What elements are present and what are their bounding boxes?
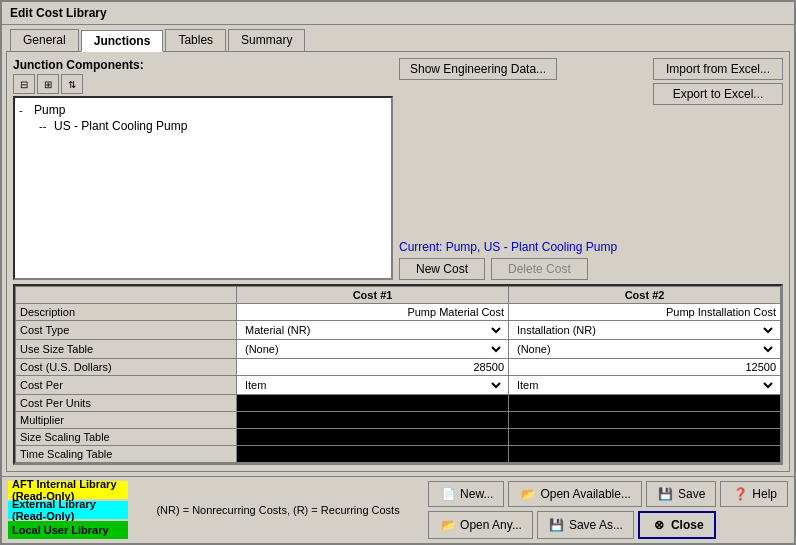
row-label-cost: Cost (U.S. Dollars) [16, 359, 237, 376]
row-label-costtype: Cost Type [16, 321, 237, 340]
row-val1-usesizetable: (None) [237, 340, 509, 359]
table-row: Cost (U.S. Dollars) 28500 12500 [16, 359, 781, 376]
row-val1-costper: Item [237, 376, 509, 395]
table-row: Use Size Table (None) (None) [16, 340, 781, 359]
row-val2-usesizetable: (None) [509, 340, 781, 359]
row-val2-multiplier [509, 412, 781, 429]
cost-table-area: Cost #1 Cost #2 Description Pump Materia… [13, 284, 783, 465]
tab-tables[interactable]: Tables [165, 29, 226, 51]
close-btn[interactable]: ⊗ Close [638, 511, 716, 539]
row-val2-cost: 12500 [509, 359, 781, 376]
cost-per-2-select[interactable]: Item [513, 378, 776, 392]
row-val1-sizescaling [237, 429, 509, 446]
spacer [399, 105, 783, 236]
save-btn[interactable]: 💾 Save [646, 481, 716, 507]
row-val2-timescaling [509, 446, 781, 463]
row-label-costperunits: Cost Per Units [16, 395, 237, 412]
expand-all-btn[interactable]: ⊞ [37, 74, 59, 94]
export-excel-btn[interactable]: Export to Excel... [653, 83, 783, 105]
tab-general[interactable]: General [10, 29, 79, 51]
row-val1-costtype: Material (NR) Installation (NR) [237, 321, 509, 340]
row-val2-costperunits [509, 395, 781, 412]
right-excel: Import from Excel... Export to Excel... [653, 58, 783, 105]
cost-per-1-select[interactable]: Item [241, 378, 504, 392]
row-val2-costtype: Installation (NR) Material (NR) [509, 321, 781, 340]
size-table-1-select[interactable]: (None) [241, 342, 504, 356]
tab-content: Junction Components: ⊟ ⊞ ⇅ - Pump [6, 51, 790, 472]
new-cost-btn[interactable]: New Cost [399, 258, 485, 280]
footer-buttons: 📄 New... 📂 Open Available... 💾 Save ❓ He… [428, 481, 788, 539]
left-panel: Junction Components: ⊟ ⊞ ⇅ - Pump [13, 58, 393, 280]
row-val2-sizescaling [509, 429, 781, 446]
main-window: Edit Cost Library General Junctions Tabl… [0, 0, 796, 545]
legend-box: AFT Internal Library (Read-Only) Externa… [8, 481, 128, 539]
sort-btn[interactable]: ⇅ [61, 74, 83, 94]
junction-area: Junction Components: ⊟ ⊞ ⇅ - Pump [13, 58, 783, 280]
new-btn[interactable]: 📄 New... [428, 481, 504, 507]
tree-child-dash: -- [39, 120, 51, 132]
row-val1-multiplier [237, 412, 509, 429]
table-row: Description Pump Material Cost Pump Inst… [16, 304, 781, 321]
cost-table: Cost #1 Cost #2 Description Pump Materia… [15, 286, 781, 463]
tree-root-label: Pump [34, 103, 65, 117]
legend-external: External Library (Read-Only) [8, 501, 128, 519]
save-icon: 💾 [657, 485, 675, 503]
row-label-timescaling: Time Scaling Table [16, 446, 237, 463]
junction-components-label: Junction Components: [13, 58, 393, 72]
tree-root-item[interactable]: - Pump [19, 102, 387, 118]
table-row: Multiplier [16, 412, 781, 429]
junction-header-row: Junction Components: ⊟ ⊞ ⇅ [13, 58, 393, 96]
row-label-description: Description [16, 304, 237, 321]
eng-left: Show Engineering Data... [399, 58, 647, 80]
save-as-btn[interactable]: 💾 Save As... [537, 511, 634, 539]
row-val1-cost: 28500 [237, 359, 509, 376]
delete-cost-btn[interactable]: Delete Cost [491, 258, 588, 280]
help-btn[interactable]: ❓ Help [720, 481, 788, 507]
action-buttons: New Cost Delete Cost [399, 258, 783, 280]
show-engineering-btn[interactable]: Show Engineering Data... [399, 58, 557, 80]
row-val1-timescaling [237, 446, 509, 463]
tabs-bar: General Junctions Tables Summary [2, 25, 794, 51]
open-any-btn[interactable]: 📂 Open Any... [428, 511, 533, 539]
table-row: Cost Per Units [16, 395, 781, 412]
table-row: Cost Type Material (NR) Installation (NR… [16, 321, 781, 340]
row-val1-costperunits [237, 395, 509, 412]
row-label-costper: Cost Per [16, 376, 237, 395]
cost-type-2-select[interactable]: Installation (NR) Material (NR) [513, 323, 776, 337]
legend-local-user: Local User Library [8, 521, 128, 539]
table-row: Size Scaling Table [16, 429, 781, 446]
row-val2-costper: Item [509, 376, 781, 395]
col-header-cost1: Cost #1 [237, 287, 509, 304]
toolbar-icons: ⊟ ⊞ ⇅ [13, 74, 393, 94]
size-table-2-select[interactable]: (None) [513, 342, 776, 356]
col-header-label [16, 287, 237, 304]
table-row: Time Scaling Table [16, 446, 781, 463]
tree-child-label: US - Plant Cooling Pump [54, 119, 187, 133]
save-as-icon: 💾 [548, 516, 566, 534]
row-label-usesizetable: Use Size Table [16, 340, 237, 359]
open-any-icon: 📂 [439, 516, 457, 534]
footer-row-bottom: 📂 Open Any... 💾 Save As... ⊗ Close [428, 511, 788, 539]
new-icon: 📄 [439, 485, 457, 503]
row-val2-description: Pump Installation Cost [509, 304, 781, 321]
close-icon: ⊗ [650, 516, 668, 534]
row-val1-description: Pump Material Cost [237, 304, 509, 321]
junction-label-toolbar: Junction Components: ⊟ ⊞ ⇅ [13, 58, 393, 96]
tab-summary[interactable]: Summary [228, 29, 305, 51]
cost-type-1-select[interactable]: Material (NR) Installation (NR) [241, 323, 504, 337]
footer-row-top: 📄 New... 📂 Open Available... 💾 Save ❓ He… [428, 481, 788, 507]
open-available-btn[interactable]: 📂 Open Available... [508, 481, 642, 507]
legend-aft-internal: AFT Internal Library (Read-Only) [8, 481, 128, 499]
row-label-sizescaling: Size Scaling Table [16, 429, 237, 446]
collapse-all-btn[interactable]: ⊟ [13, 74, 35, 94]
table-row: Cost Per Item Item [16, 376, 781, 395]
tree-box: - Pump -- US - Plant Cooling Pump [13, 96, 393, 280]
current-text: Current: Pump, US - Plant Cooling Pump [399, 240, 783, 254]
legend-note: (NR) = Nonrecurring Costs, (R) = Recurri… [134, 504, 422, 516]
import-excel-btn[interactable]: Import from Excel... [653, 58, 783, 80]
tab-junctions[interactable]: Junctions [81, 30, 164, 52]
help-icon: ❓ [731, 485, 749, 503]
tree-child-item[interactable]: -- US - Plant Cooling Pump [39, 118, 387, 134]
title-bar: Edit Cost Library [2, 2, 794, 25]
window-title: Edit Cost Library [10, 6, 107, 20]
